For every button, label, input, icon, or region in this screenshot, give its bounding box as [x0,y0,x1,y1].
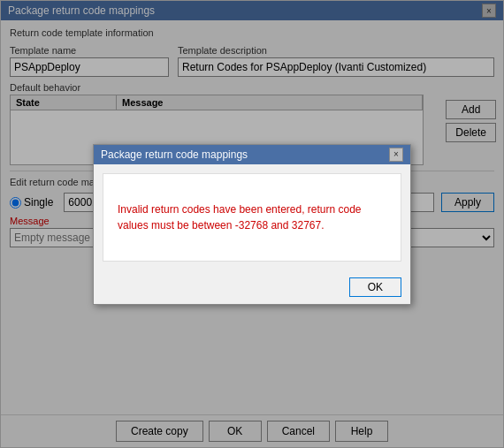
sub-ok-button[interactable]: OK [349,277,401,297]
overlay: Package return code mappings × Invalid r… [1,1,503,447]
main-dialog: Package return code mappings × Return co… [0,0,504,448]
sub-close-button[interactable]: × [389,148,403,162]
sub-dialog-title: Package return code mappings [101,148,248,161]
sub-footer: OK [94,270,410,304]
error-message: Invalid return codes have been entered, … [118,201,386,233]
sub-dialog: Package return code mappings × Invalid r… [93,144,411,305]
sub-content: Invalid return codes have been entered, … [103,173,401,262]
sub-title-bar: Package return code mappings × [94,145,410,164]
